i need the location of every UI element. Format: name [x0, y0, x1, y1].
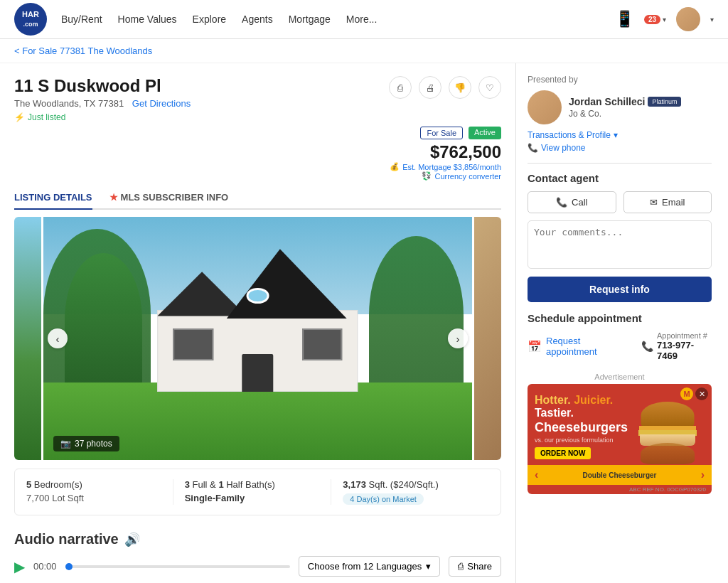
print-icon[interactable]: 🖨 — [419, 76, 441, 99]
language-select-btn[interactable]: Choose from 12 Languages ▾ — [299, 556, 440, 577]
nav-mortgage[interactable]: Mortgage — [289, 14, 331, 25]
avatar-chevron: ▾ — [710, 16, 714, 23]
language-dropdown-icon: ▾ — [426, 561, 431, 572]
bedroom-count: 5 — [26, 479, 31, 490]
forsale-badge: For Sale — [420, 127, 463, 139]
agent-info: Jordan Schilleci Platinum Jo & Co. — [569, 96, 681, 119]
favorite-icon[interactable]: ♡ — [478, 76, 501, 99]
audio-play-btn[interactable]: ▶ — [14, 558, 25, 575]
get-directions-link[interactable]: Get Directions — [132, 98, 191, 109]
baths-type-col: 3 Full & 1 Half Bath(s) Single-Family — [173, 479, 331, 505]
audio-time: 00:00 — [33, 561, 57, 572]
mobile-icon[interactable]: 📱 — [615, 10, 634, 28]
nav-explore[interactable]: Explore — [193, 14, 226, 25]
listing-price: $762,500 — [390, 142, 501, 162]
audio-speaker-icon: 🔊 — [124, 532, 140, 547]
header-right: 📱 23 ▾ ▾ — [615, 7, 714, 31]
audio-title: Audio narrative 🔊 — [14, 531, 501, 547]
ad-hotter: Hotter. — [535, 394, 571, 406]
email-btn[interactable]: ✉ Email — [623, 191, 712, 213]
currency-converter[interactable]: 💱Currency converter — [390, 171, 501, 181]
ad-burgers-text: Cheeseburgers — [535, 420, 630, 436]
presented-by-label: Presented by — [528, 75, 712, 85]
nav-more[interactable]: More... — [346, 14, 378, 25]
share-audio-btn[interactable]: ⎙ Share — [449, 556, 501, 577]
advertisement-section: Advertisement M ✕ Hotter. Juicier. Tasti… — [528, 373, 712, 494]
audio-player-row: ▶ 00:00 Choose from 12 Languages ▾ ⎙ Sha… — [14, 556, 501, 577]
call-icon: 📞 — [556, 197, 567, 208]
gallery-thumb-right[interactable] — [474, 217, 501, 460]
camera-icon: 📷 — [60, 439, 71, 449]
gallery-next-btn[interactable]: › — [448, 328, 468, 348]
transactions-profile-link[interactable]: Transactions & Profile ▾ — [528, 130, 712, 140]
tab-listing-details[interactable]: LISTING DETAILS — [14, 186, 92, 210]
burger2-label: Double Cheeseburger — [583, 471, 657, 479]
sqft-market-col: 3,173 Sqft. ($240/Sqft.) 4 Day(s) on Mar… — [331, 479, 489, 505]
ad-bottom-bar: ‹ Double Cheeseburger › — [528, 465, 712, 485]
address-block: 11 S Duskwood Pl The Woodlands, TX 77381… — [14, 76, 191, 122]
logo[interactable]: HAR.com — [14, 3, 47, 36]
share-icon[interactable]: ⎙ — [389, 76, 412, 99]
ad-text-block: Hotter. Juicier. Tastier. Cheeseburgers … — [535, 394, 630, 459]
gallery-main-image[interactable]: ‹ › 📷 37 photos — [43, 217, 472, 460]
email-icon: ✉ — [650, 197, 658, 208]
dropdown-icon: ▾ — [614, 130, 618, 140]
bedroom-label: Bedroom(s) — [34, 479, 82, 490]
ad-order-btn[interactable]: ORDER NOW — [535, 447, 591, 459]
appointment-label: Appointment # — [657, 331, 712, 340]
sqft-label: Sqft. ($240/Sqft.) — [369, 479, 439, 490]
ad-label: Advertisement — [528, 373, 712, 381]
view-phone-link[interactable]: 📞 View phone — [528, 143, 712, 153]
agent-name: Jordan Schilleci — [569, 96, 645, 107]
comments-textarea[interactable] — [528, 220, 712, 269]
platinum-badge: Platinum — [648, 97, 681, 107]
mortgage-est[interactable]: 💰Est. Mortgage $3,856/month — [390, 162, 501, 171]
request-info-btn[interactable]: Request info — [528, 277, 712, 302]
full-baths: 3 — [185, 479, 190, 490]
audio-progress-bar[interactable] — [65, 565, 290, 568]
ad-juicier: Juicier. — [574, 394, 613, 406]
notification-chevron: ▾ — [663, 16, 666, 23]
breadcrumb-link[interactable]: < For Sale 77381 The Woodlands — [14, 46, 152, 56]
gallery-prev-btn[interactable]: ‹ — [48, 328, 68, 348]
phone-appt-icon: 📞 — [641, 341, 653, 352]
ad-disclaimer: ABC REF NO. 0OCGP070320 — [528, 485, 712, 494]
ad-banner: M ✕ Hotter. Juicier. Tastier. Cheeseburg… — [528, 384, 712, 494]
property-type: Single-Family — [185, 493, 331, 503]
property-details-bar: 5 Bedroom(s) 7,700 Lot Sqft 3 Full & 1 H… — [14, 469, 501, 515]
half-baths: 1 — [218, 479, 223, 490]
photos-count-badge[interactable]: 📷 37 photos — [53, 436, 119, 451]
nav-buy-rent[interactable]: Buy/Rent — [61, 14, 102, 25]
ad-next-btn[interactable]: › — [701, 469, 705, 481]
active-badge: Active — [469, 127, 501, 139]
request-appointment[interactable]: 📅 Request appointment — [528, 336, 630, 357]
lot-label: Lot Sqft — [52, 493, 84, 503]
app-header: HAR.com Buy/Rent Home Values Explore Age… — [0, 0, 728, 39]
nav-home-values[interactable]: Home Values — [118, 14, 177, 25]
calendar-icon: 📅 — [528, 340, 542, 353]
nav-agents[interactable]: Agents — [242, 14, 273, 25]
breadcrumb-bar: < For Sale 77381 The Woodlands — [0, 39, 728, 63]
ad-burger-image — [630, 395, 705, 459]
ad-tastier: Tastier. — [535, 407, 574, 419]
main-nav: Buy/Rent Home Values Explore Agents Mort… — [61, 14, 377, 25]
ad-sub-text: vs. our previous formulation — [535, 437, 630, 444]
tab-mls-subscriber[interactable]: ★ MLS SUBSCRIBER INFO — [109, 186, 229, 208]
phone-icon-agent: 📞 — [528, 143, 538, 153]
gallery-container: ‹ › 📷 37 photos — [14, 217, 501, 460]
audio-progress-dot — [65, 563, 73, 570]
right-panel: Presented by Jordan Schilleci Platinum J… — [515, 63, 723, 583]
ad-close-btn[interactable]: ✕ — [695, 387, 708, 400]
beds-lot-col: 5 Bedroom(s) 7,700 Lot Sqft — [26, 479, 173, 505]
contact-agent-title: Contact agent — [528, 172, 712, 184]
ad-prev-btn[interactable]: ‹ — [535, 469, 538, 481]
user-avatar[interactable] — [676, 7, 700, 31]
call-btn[interactable]: 📞 Call — [528, 191, 616, 213]
schedule-title: Schedule appointment — [528, 312, 712, 324]
appointment-phone-block: 📞 Appointment # 713-977-7469 — [641, 331, 712, 361]
dislike-icon[interactable]: 👎 — [449, 76, 471, 99]
schedule-section: Schedule appointment 📅 Request appointme… — [528, 312, 712, 361]
notification-badge[interactable]: 23 ▾ — [644, 15, 666, 24]
appointment-phone[interactable]: 713-977-7469 — [657, 340, 712, 361]
gallery-thumb-left[interactable] — [14, 217, 41, 460]
